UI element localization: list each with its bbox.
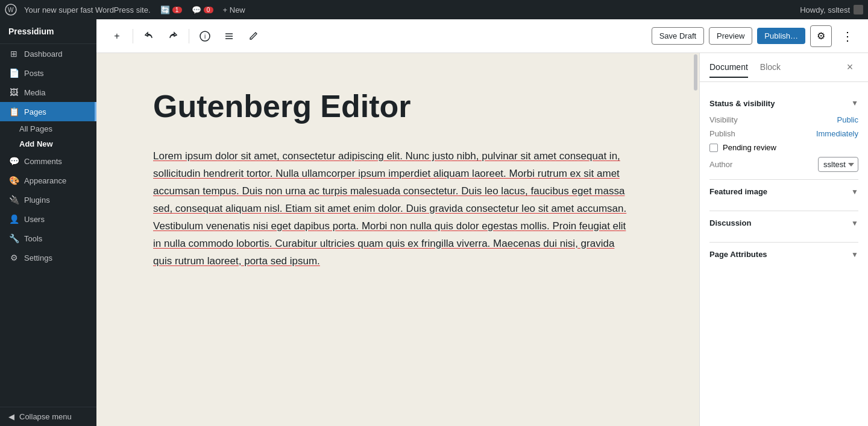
sidebar-item-tools[interactable]: 🔧 Tools: [0, 229, 96, 248]
panel-body: Status & visibility ▲ Visibility Public …: [700, 82, 868, 426]
new-item[interactable]: + New: [223, 5, 245, 14]
right-panel: Document Block × Status & visibility: [699, 53, 868, 426]
author-row: Author ssltest: [709, 157, 858, 172]
tools-icon: 🔧: [8, 234, 19, 243]
visibility-row: Visibility Public: [709, 115, 858, 124]
pending-review-checkbox[interactable]: [709, 144, 718, 152]
pages-submenu: All Pages Add New: [0, 121, 96, 151]
admin-bar: W Your new super fast WordPress site. 🔄 …: [0, 0, 868, 19]
section-featured-image: Featured image ▼: [709, 180, 858, 211]
section-discussion: Discussion ▼: [709, 211, 858, 243]
redo-button[interactable]: [162, 25, 184, 47]
panel-header: Document Block ×: [700, 53, 868, 82]
toolbar-divider-1: [133, 29, 133, 43]
undo-button[interactable]: [138, 25, 160, 47]
more-options-button[interactable]: ⋮: [837, 25, 858, 47]
sidebar-item-settings[interactable]: ⚙ Settings: [0, 248, 96, 267]
editor-body[interactable]: Lorem ipsum dolor sit amet, consectetur …: [153, 148, 635, 270]
avatar: [854, 5, 863, 14]
more-icon: ⋮: [841, 29, 854, 43]
collapse-icon: ◀: [8, 412, 14, 421]
featured-image-header[interactable]: Featured image ▼: [709, 187, 858, 196]
dashboard-icon: ⊞: [8, 49, 19, 59]
preview-button[interactable]: Preview: [709, 27, 752, 45]
editor-scrollbar[interactable]: [692, 53, 699, 426]
save-draft-button[interactable]: Save Draft: [652, 27, 704, 45]
editor-content[interactable]: Gutenberg Editor Lorem ipsum dolor sit a…: [96, 53, 692, 426]
sidebar-brand: Pressidium: [0, 19, 96, 44]
plugins-icon: 🔌: [8, 195, 19, 205]
sidebar-item-comments[interactable]: 💬 Comments: [0, 151, 96, 171]
discussion-header[interactable]: Discussion ▼: [709, 218, 858, 227]
settings-button-icon: ⚙: [817, 30, 825, 42]
info-icon: i: [200, 31, 210, 42]
redo-icon: [168, 31, 178, 42]
pages-icon: 📋: [8, 107, 19, 116]
sidebar-sub-add-new[interactable]: Add New: [19, 136, 96, 151]
settings-menu-icon: ⚙: [8, 253, 19, 262]
editor-toolbar: + i Save Draft: [96, 19, 868, 53]
main-layout: Pressidium ⊞ Dashboard 📄 Posts 🖼 Media 📋…: [0, 19, 868, 426]
howdy-user[interactable]: Howdy, ssltest: [800, 5, 863, 14]
sidebar-item-users[interactable]: 👤 Users: [0, 209, 96, 229]
sidebar-item-plugins[interactable]: 🔌 Plugins: [0, 190, 96, 209]
list-view-icon: [224, 31, 234, 42]
toolbar-divider-2: [189, 29, 189, 43]
users-icon: 👤: [8, 214, 19, 224]
tab-block[interactable]: Block: [760, 57, 781, 78]
scrollbar-thumb[interactable]: [694, 54, 697, 91]
sidebar-item-appearance[interactable]: 🎨 Appearance: [0, 171, 96, 190]
publish-row: Publish Immediately: [709, 129, 858, 138]
featured-image-chevron: ▼: [851, 188, 858, 196]
info-button[interactable]: i: [194, 25, 216, 47]
editor-area: + i Save Draft: [96, 19, 868, 426]
appearance-icon: 🎨: [8, 176, 19, 185]
undo-icon: [143, 31, 154, 42]
add-block-button[interactable]: +: [106, 25, 128, 47]
edit-button[interactable]: [242, 25, 264, 47]
discussion-chevron: ▼: [851, 219, 858, 227]
section-status-visibility: Status & visibility ▲ Visibility Public …: [709, 92, 858, 180]
publish-button[interactable]: Publish…: [757, 28, 805, 44]
author-select[interactable]: ssltest: [818, 157, 858, 172]
edit-icon: [248, 31, 259, 42]
updates-item[interactable]: 🔄 1: [160, 5, 182, 14]
collapse-menu-button[interactable]: ◀ Collapse menu: [0, 407, 96, 426]
publish-value[interactable]: Immediately: [816, 129, 858, 138]
page-attributes-header[interactable]: Page Attributes ▼: [709, 250, 858, 259]
posts-icon: 📄: [8, 68, 19, 78]
svg-text:W: W: [8, 7, 14, 13]
sidebar: Pressidium ⊞ Dashboard 📄 Posts 🖼 Media 📋…: [0, 19, 96, 426]
tab-document[interactable]: Document: [709, 57, 748, 78]
section-page-attributes: Page Attributes ▼: [709, 243, 858, 273]
settings-button[interactable]: ⚙: [810, 25, 832, 47]
comments-menu-icon: 💬: [8, 156, 19, 166]
editor-canvas: Gutenberg Editor Lorem ipsum dolor sit a…: [153, 89, 635, 390]
pending-review-row: Pending review: [709, 143, 858, 152]
sidebar-menu: ⊞ Dashboard 📄 Posts 🖼 Media 📋 Pages Al: [0, 44, 96, 407]
status-visibility-header[interactable]: Status & visibility ▲: [709, 99, 858, 108]
wordpress-logo-icon: W: [5, 4, 17, 16]
sidebar-item-posts[interactable]: 📄 Posts: [0, 63, 96, 83]
media-icon: 🖼: [8, 87, 19, 97]
sidebar-sub-all-pages[interactable]: All Pages: [19, 121, 96, 136]
visibility-value[interactable]: Public: [837, 115, 858, 124]
sidebar-item-dashboard[interactable]: ⊞ Dashboard: [0, 44, 96, 63]
toolbar-right: Save Draft Preview Publish… ⚙ ⋮: [652, 25, 858, 47]
site-name[interactable]: Your new super fast WordPress site.: [24, 5, 151, 14]
status-visibility-chevron: ▲: [851, 100, 858, 108]
comments-item[interactable]: 💬 0: [192, 5, 213, 14]
sidebar-item-media[interactable]: 🖼 Media: [0, 83, 96, 102]
svg-text:i: i: [204, 33, 206, 40]
content-panel: Gutenberg Editor Lorem ipsum dolor sit a…: [96, 53, 868, 426]
adminbar-items: 🔄 1 💬 0 + New: [160, 5, 245, 14]
sidebar-item-pages[interactable]: 📋 Pages: [0, 102, 96, 121]
panel-close-button[interactable]: ×: [841, 59, 858, 76]
editor-title[interactable]: Gutenberg Editor: [153, 89, 635, 124]
list-view-button[interactable]: [218, 25, 240, 47]
page-attributes-chevron: ▼: [851, 250, 858, 259]
